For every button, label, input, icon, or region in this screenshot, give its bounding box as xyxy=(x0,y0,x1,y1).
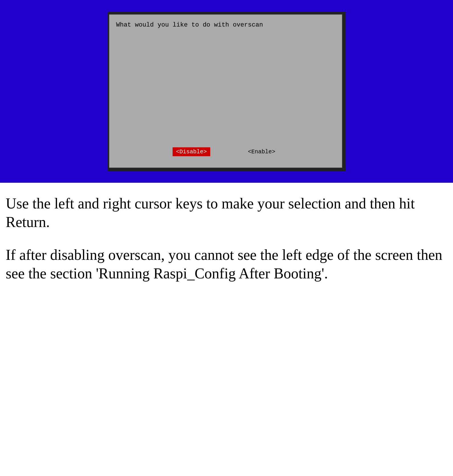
dialog-buttons: <Disable> <Enable> xyxy=(116,144,335,159)
disable-button[interactable]: <Disable> xyxy=(173,147,210,156)
enable-button[interactable]: <Enable> xyxy=(244,147,279,156)
terminal-screen: What would you like to do with overscan … xyxy=(0,0,453,183)
dialog-question: What would you like to do with overscan xyxy=(116,21,335,29)
dialog-box: What would you like to do with overscan … xyxy=(109,14,343,168)
text-content: Use the left and right cursor keys to ma… xyxy=(0,183,453,294)
paragraph-2: If after disabling overscan, you cannot … xyxy=(6,246,447,283)
dialog-shadow: What would you like to do with overscan … xyxy=(108,12,345,171)
paragraph-1: Use the left and right cursor keys to ma… xyxy=(6,194,447,231)
